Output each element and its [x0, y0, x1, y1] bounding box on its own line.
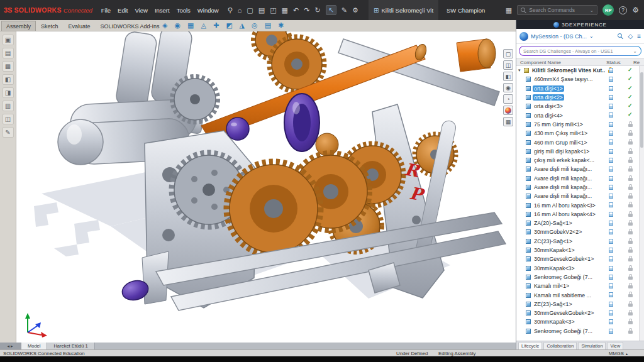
tree-row[interactable]: 16 mm Al boru kapak<3> — [516, 200, 639, 209]
menu-file[interactable]: File — [101, 7, 111, 14]
panel-tab-collaboration[interactable]: Collaboration — [543, 342, 577, 349]
reference-geometry-icon[interactable]: ◎ — [252, 21, 258, 30]
tree-row[interactable]: 30mmGevsekGobek<1> — [516, 255, 639, 263]
design-library-icon[interactable]: ▣ — [3, 35, 14, 45]
home-icon[interactable]: ⌂ — [238, 6, 242, 14]
panel-tab-simulation[interactable]: Simulation — [578, 342, 606, 349]
hide-show-icon[interactable]: ◔ — [503, 94, 513, 104]
tree-row[interactable]: 460mmX4 Şase taşıyı... ✓ — [516, 75, 639, 84]
status-units[interactable]: MMGS ▴ — [609, 351, 628, 356]
save-icon[interactable]: ◰ — [270, 6, 276, 14]
insert-components-icon[interactable]: ◈ — [162, 21, 167, 30]
tree-row[interactable]: orta dişi<1> ✓ — [516, 84, 639, 93]
menu-insert[interactable]: Insert — [155, 7, 170, 14]
tree-row[interactable]: Kamalı mil sabitleme ... — [516, 290, 639, 299]
document-tab-active[interactable]: ⊞ Kilitli Sekromeçli Vit — [369, 0, 438, 20]
panel-tab-lifecycle[interactable]: Lifecycle — [518, 342, 542, 349]
search-icon[interactable] — [618, 33, 623, 39]
tree-row[interactable]: Kamalı mil<1> — [516, 282, 639, 290]
mate-icon[interactable]: ◉ — [174, 21, 180, 30]
tree-row[interactable]: 30mmGevsekGobek<2> — [516, 309, 639, 317]
ds-search[interactable]: Search DS Challenges - Always on - USE1 … — [519, 46, 641, 56]
tree-row[interactable]: 30mmGobekV2<2> — [516, 228, 639, 236]
tree-row[interactable]: orta dişi<3> ✓ — [516, 102, 639, 111]
purple-synchro-ring[interactable] — [284, 94, 319, 151]
gearbox-model[interactable]: R P — [16, 31, 516, 343]
pin-icon[interactable]: ⚲ — [228, 6, 233, 14]
help-icon[interactable]: ? — [619, 6, 627, 14]
camera-icon[interactable]: ◉ — [503, 83, 513, 92]
tab-assembly[interactable]: Assembly — [1, 21, 36, 31]
measure-icon[interactable]: ◫ — [503, 60, 513, 70]
appearances-icon[interactable]: ◧ — [3, 74, 14, 85]
tree-row[interactable]: 75 mm Giriş mili<1> — [516, 120, 639, 129]
tree-row[interactable]: Senkromeç Gobeği (7... — [516, 273, 639, 282]
bill-of-materials-icon[interactable]: ▤ — [265, 21, 271, 30]
tree-row[interactable]: Avare dişli mili kapağı... — [516, 192, 639, 200]
select-arrow-icon[interactable]: ↖ — [326, 5, 336, 15]
tree-row[interactable]: Avare dişli mili kapağı... — [516, 165, 639, 173]
linear-pattern-icon[interactable]: ▦ — [187, 21, 194, 30]
view-palette-icon[interactable]: ▦ — [3, 61, 14, 72]
appearance-ball-icon[interactable] — [503, 106, 513, 115]
expand-caret-icon[interactable]: ▾ — [518, 68, 524, 73]
input-shaft-end[interactable] — [457, 39, 496, 72]
scrollbar-thumb[interactable] — [640, 72, 643, 148]
menu-edit[interactable]: Edit — [118, 7, 128, 14]
graphics-area[interactable]: R P ▢◫◧◉◔▦ — [16, 31, 516, 343]
tab-scroll-arrows[interactable]: ◂▸ — [0, 343, 21, 349]
document-tab-2[interactable]: SW Champion — [441, 0, 490, 20]
column-status[interactable]: Status — [606, 60, 621, 65]
tree-row[interactable]: giriş mili dişi kapak<1> — [516, 147, 639, 156]
sketch-pencil-icon[interactable]: ✎ — [341, 6, 347, 14]
tree-row[interactable]: 430 mm Çıkış mili<1> — [516, 129, 639, 138]
comment-icon[interactable]: ▢ — [503, 49, 513, 58]
tree-row[interactable]: orta dişi<2> ✓ — [516, 93, 639, 102]
assembly-features-icon[interactable]: ◮ — [240, 21, 245, 30]
session-selector[interactable]: MySession - (DS Ch... — [531, 33, 587, 40]
tree-row[interactable]: Avare dişli mili kapağı... — [516, 174, 639, 183]
tree-row[interactable]: ZE(23)-Sağ<1> — [516, 300, 639, 309]
print-icon[interactable]: ▦ — [282, 6, 288, 14]
tree-row[interactable]: 16 mm Al boru kapak<4> — [516, 210, 639, 219]
model-tab-hareket-et-d-1[interactable]: Hareket Etüdü 1 — [47, 343, 94, 349]
tag-icon[interactable]: ◇ — [628, 33, 633, 40]
tree-row[interactable]: ZA(20)-Sağ<1> — [516, 219, 639, 228]
tree-row[interactable]: Avare dişli mili kapağı... — [516, 183, 639, 192]
file-explorer-icon[interactable]: ▤ — [3, 48, 14, 58]
annotations-icon[interactable]: ✎ — [3, 127, 14, 138]
chevron-down-icon[interactable]: ⌄ — [633, 48, 637, 54]
scenes-icon[interactable]: ◨ — [3, 87, 14, 98]
tab-solidworks-add-ins[interactable]: SOLIDWORKS Add-Ins — [96, 21, 165, 31]
tab-sketch[interactable]: Sketch — [36, 21, 64, 31]
tree-row[interactable]: çıkış mili erkek kapak<... — [516, 156, 639, 165]
tree-row[interactable]: 30mmKapak<3> — [516, 264, 639, 273]
menu-window[interactable]: Window — [197, 7, 219, 14]
chevron-down-icon[interactable]: ⌄ — [589, 33, 594, 39]
tree-row[interactable]: Senkromeç Gobeği (7... — [516, 327, 639, 336]
tree-row[interactable]: 30mmKapak<1> — [516, 246, 639, 255]
undo-icon[interactable]: ↶ — [293, 6, 299, 14]
avatar[interactable]: RP — [602, 4, 614, 16]
smart-fasteners-icon[interactable]: ◬ — [201, 21, 206, 30]
tree-row[interactable]: ▾ Kilitli Sekromeçli Vites Kut... ✓ — [516, 66, 639, 75]
forum-icon[interactable]: ◫ — [3, 114, 14, 124]
open-icon[interactable]: ▤ — [258, 6, 265, 14]
menu-tools[interactable]: Tools — [177, 7, 191, 14]
custom-properties-icon[interactable]: ▥ — [3, 101, 14, 111]
purple-cap-top[interactable] — [226, 118, 249, 140]
apps-grid-icon[interactable]: ▦ — [506, 6, 512, 14]
tree-scrollbar[interactable] — [639, 66, 644, 341]
section-view-icon[interactable]: ◧ — [503, 72, 513, 81]
panel-tab-view[interactable]: View — [607, 342, 623, 349]
options-gear-icon[interactable]: ⚙ — [352, 6, 358, 14]
settings-gear-icon[interactable]: ⚙ — [632, 6, 639, 14]
redo-icon[interactable]: ↷ — [304, 6, 309, 14]
column-re[interactable]: Re — [633, 60, 640, 65]
new-document-icon[interactable]: ▢ — [247, 6, 253, 14]
model-tab-model[interactable]: Model — [21, 343, 47, 349]
rebuild-icon[interactable]: ↻ — [314, 6, 320, 14]
chevron-down-icon[interactable]: ⌄ — [590, 8, 594, 13]
scene-icon[interactable]: ▦ — [503, 117, 513, 126]
column-component-name[interactable]: Component Name — [520, 60, 561, 65]
